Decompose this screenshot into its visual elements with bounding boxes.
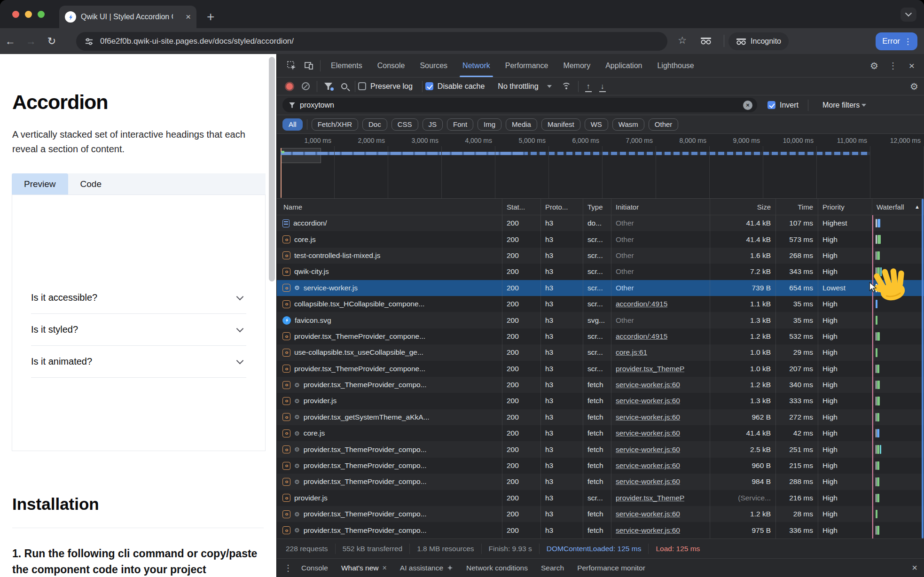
column-header-waterfall[interactable]: Waterfall▲ xyxy=(872,199,924,215)
preserve-log-label[interactable]: Preserve log xyxy=(370,82,413,91)
tab-close-icon[interactable]: × xyxy=(186,12,191,22)
request-row-18[interactable]: ‹›⚙provider.tsx_ThemeProvider_compo...20… xyxy=(277,506,924,522)
request-initiator[interactable]: service-worker.js:60 xyxy=(616,413,680,421)
tab-preview[interactable]: Preview xyxy=(12,173,68,195)
request-initiator[interactable]: service-worker.js:60 xyxy=(616,526,680,535)
column-header-proto[interactable]: Proto... xyxy=(541,199,583,215)
disable-cache-checkbox[interactable] xyxy=(425,82,433,90)
inspect-element-icon[interactable] xyxy=(283,57,300,74)
filter-chip-js[interactable]: JS xyxy=(423,118,443,131)
request-row-19[interactable]: ‹›⚙provider.tsx_ThemeProvider_compo...20… xyxy=(277,522,924,538)
filter-chip-css[interactable]: CSS xyxy=(392,118,418,131)
reload-button[interactable]: ↻ xyxy=(41,35,62,47)
request-initiator[interactable]: core.js:61 xyxy=(616,348,647,357)
new-tab-button[interactable]: + xyxy=(207,10,214,23)
page-scrollbar[interactable] xyxy=(269,57,275,281)
profile-error-button[interactable]: Error ⋮ xyxy=(876,32,917,50)
accordion-item-1[interactable]: Is it styled? xyxy=(31,314,246,346)
devtools-tab-console[interactable]: Console xyxy=(370,54,413,77)
close-window-button[interactable] xyxy=(12,11,19,18)
import-har-icon[interactable]: ↑ xyxy=(583,82,594,91)
clear-network-log-icon[interactable] xyxy=(302,82,310,90)
filter-chip-font[interactable]: Font xyxy=(447,118,473,131)
request-row-14[interactable]: ‹›⚙provider.tsx_ThemeProvider_compo...20… xyxy=(277,441,924,457)
devtools-tab-memory[interactable]: Memory xyxy=(556,54,598,77)
site-settings-icon[interactable] xyxy=(85,37,94,46)
request-row-9[interactable]: ‹›provider.tsx_ThemeProvider_compone...2… xyxy=(277,361,924,377)
url-text[interactable]: 0f6e2f0b.qwik-ui-site.pages.dev/docs/sty… xyxy=(100,37,294,46)
filter-chip-fetchxhr[interactable]: Fetch/XHR xyxy=(312,118,358,131)
request-row-17[interactable]: ‹›provider.js200h3scr...provider.tsx_The… xyxy=(277,490,924,506)
column-header-type[interactable]: Type xyxy=(583,199,611,215)
request-row-11[interactable]: ‹›⚙provider.js200h3fetchservice-worker.j… xyxy=(277,393,924,409)
devtools-tab-network[interactable]: Network xyxy=(455,54,498,77)
invert-checkbox[interactable] xyxy=(767,101,775,109)
forward-button[interactable]: → xyxy=(21,35,41,47)
request-row-0[interactable]: accordion/200h3do...Other41.4 kB107 msHi… xyxy=(277,215,924,231)
request-row-2[interactable]: ‹›test-controlled-list-mixed.js200h3scr.… xyxy=(277,248,924,264)
invert-label[interactable]: Invert xyxy=(780,101,799,109)
requests-table-header[interactable]: NameStat...Proto...TypeInitiatorSizeTime… xyxy=(277,199,924,215)
network-conditions-icon[interactable] xyxy=(561,83,572,90)
filter-chip-manifest[interactable]: Manifest xyxy=(541,118,580,131)
devtools-tab-application[interactable]: Application xyxy=(598,54,650,77)
filter-chip-wasm[interactable]: Wasm xyxy=(612,118,644,131)
request-initiator[interactable]: service-worker.js:60 xyxy=(616,397,680,405)
request-initiator[interactable]: accordion/:4915 xyxy=(616,332,667,341)
request-initiator[interactable]: service-worker.js:60 xyxy=(616,381,680,389)
filter-chip-other[interactable]: Other xyxy=(649,118,679,131)
column-header-priority[interactable]: Priority xyxy=(818,199,872,215)
accordion-item-0[interactable]: Is it accessible? xyxy=(31,282,246,314)
browser-menu-icon[interactable]: ⋮ xyxy=(904,37,912,47)
request-row-15[interactable]: ‹›⚙provider.tsx_ThemeProvider_compo...20… xyxy=(277,458,924,474)
drawer-close-icon[interactable]: × xyxy=(912,562,917,573)
request-row-3[interactable]: ‹›qwik-city.js200h3scr...Other7.2 kB343 … xyxy=(277,264,924,280)
tab-search-button[interactable] xyxy=(901,8,916,22)
devtools-tab-performance[interactable]: Performance xyxy=(498,54,556,77)
column-header-name[interactable]: Name xyxy=(277,199,502,215)
filter-icon[interactable] xyxy=(324,83,332,90)
column-header-stat[interactable]: Stat... xyxy=(502,199,541,215)
more-filters-button[interactable]: More filters xyxy=(822,101,872,109)
request-row-12[interactable]: ‹›⚙provider.tsx_getSystemTheme_aKkA...20… xyxy=(277,409,924,425)
devtools-settings-icon[interactable]: ⚙ xyxy=(866,57,883,74)
devtools-scrollbar[interactable] xyxy=(922,199,924,538)
incognito-badge[interactable]: Incognito xyxy=(728,32,789,50)
request-row-1[interactable]: ‹›core.js200h3scr...Other41.4 kB573 msHi… xyxy=(277,231,924,247)
drawer-tab-console[interactable]: Console xyxy=(295,564,335,572)
filter-chip-ws[interactable]: WS xyxy=(585,118,608,131)
column-header-size[interactable]: Size xyxy=(710,199,776,215)
drawer-menu-icon[interactable]: ⋮ xyxy=(282,560,295,577)
request-initiator[interactable]: service-worker.js:60 xyxy=(616,477,680,486)
request-row-10[interactable]: ‹›⚙provider.tsx_ThemeProvider_compo...20… xyxy=(277,377,924,393)
drawer-tab-close-icon[interactable]: × xyxy=(383,564,387,572)
network-settings-icon[interactable]: ⚙ xyxy=(910,81,918,92)
devtools-close-icon[interactable]: × xyxy=(903,57,920,74)
clear-filter-icon[interactable]: × xyxy=(743,101,752,110)
network-overview-timeline[interactable]: 1,000 ms2,000 ms3,000 ms4,000 ms5,000 ms… xyxy=(277,134,924,199)
devtools-tab-lighthouse[interactable]: Lighthouse xyxy=(650,54,701,77)
filter-chip-doc[interactable]: Doc xyxy=(362,118,387,131)
column-header-initiator[interactable]: Initiator xyxy=(611,199,710,215)
maximize-window-button[interactable] xyxy=(38,11,45,18)
request-row-7[interactable]: ‹›provider.tsx_ThemeProvider_compone...2… xyxy=(277,328,924,344)
request-initiator[interactable]: service-worker.js:60 xyxy=(616,445,680,454)
drawer-tab-networkconditions[interactable]: Network conditions xyxy=(460,564,534,572)
bookmark-star-icon[interactable]: ☆ xyxy=(678,35,687,46)
disable-cache-label[interactable]: Disable cache xyxy=(438,82,485,91)
filter-chip-img[interactable]: Img xyxy=(478,118,501,131)
drawer-tab-whatsnew[interactable]: What's new× xyxy=(335,564,393,572)
tab-code[interactable]: Code xyxy=(68,173,114,195)
throttling-select[interactable]: No throttling xyxy=(498,82,538,91)
export-har-icon[interactable]: ↓ xyxy=(597,82,608,91)
request-row-5[interactable]: ‹›collapsible.tsx_HCollapsible_compone..… xyxy=(277,296,924,312)
drawer-tab-performancemonitor[interactable]: Performance monitor xyxy=(571,564,652,572)
drawer-tab-search[interactable]: Search xyxy=(534,564,571,572)
search-icon[interactable] xyxy=(341,83,347,89)
record-network-log-button[interactable] xyxy=(286,83,293,90)
request-row-16[interactable]: ‹›⚙provider.tsx_ThemeProvider_compo...20… xyxy=(277,474,924,490)
drawer-tab-aiassistance[interactable]: AI assistance xyxy=(393,564,460,572)
request-initiator[interactable]: provider.tsx_ThemeP xyxy=(616,494,684,502)
back-button[interactable]: ← xyxy=(0,35,21,47)
request-initiator[interactable]: provider.tsx_ThemeP xyxy=(616,365,684,373)
